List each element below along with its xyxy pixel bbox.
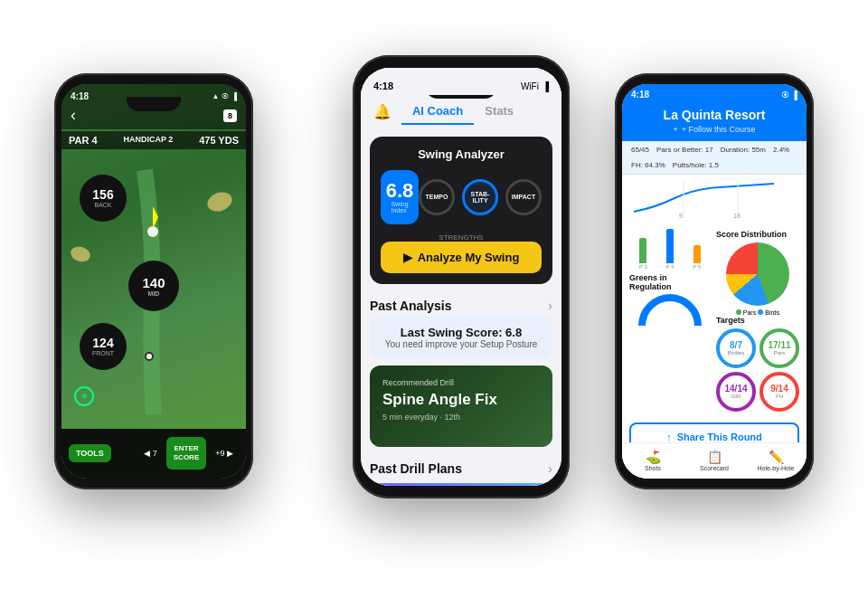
- past-drill-arrow[interactable]: ›: [548, 461, 552, 476]
- score-controls: ◀ 7 ENTER SCORE +9 ▶: [138, 437, 239, 469]
- bar-chart: P 3 P 4 P 5: [629, 233, 711, 270]
- swing-index-label: SwingIndex: [391, 201, 408, 214]
- analyze-swing-button[interactable]: ▶ Analyze My Swing: [381, 242, 542, 273]
- scorecard-label: Scorecard: [700, 465, 729, 471]
- center-nav: 🔔 AI Coach Stats: [361, 95, 561, 129]
- svg-text:18: 18: [733, 213, 741, 219]
- legend-birdies-label: Birds: [765, 309, 779, 316]
- bar-par5: P 5: [684, 245, 709, 270]
- gir-fill: [638, 294, 702, 326]
- gir-chart: [638, 294, 702, 326]
- share-icon: ↑: [666, 432, 672, 442]
- center-screen-content: 4:18 WiFi ▐ 🔔 AI Coach Stats: [361, 68, 561, 486]
- legend-pars: Pars: [736, 309, 756, 316]
- hole-info: 8: [223, 109, 237, 122]
- legend-pars-dot: [736, 309, 741, 315]
- center-status-bar: 4:18 WiFi ▐: [361, 68, 561, 95]
- notification-bell-icon[interactable]: 🔔: [373, 103, 392, 120]
- practice-log-button[interactable]: Practice Log: [370, 483, 552, 486]
- legend-birdies: Birds: [758, 309, 779, 316]
- fh-value: 9/14: [770, 384, 788, 394]
- dist-mid: 140 MID: [128, 261, 179, 311]
- score-stat: 65/45: [631, 146, 649, 154]
- legend-birdies-dot: [758, 309, 763, 315]
- last-swing-score: Last Swing Score: 6.8: [382, 326, 540, 339]
- stability-label: STAB-ILITY: [471, 191, 490, 204]
- hole-by-hole-icon: ✏️: [769, 450, 784, 464]
- bottom-navigation: ⛳ Shots 📋 Scorecard ✏️ Hole-by-Hole: [622, 442, 807, 479]
- target-indicator: ⊕: [74, 386, 94, 406]
- signal-icon: ▲: [212, 92, 219, 100]
- bar-par5-value: [693, 245, 701, 263]
- swing-analyzer-card: Swing Analyzer 6.8 SwingIndex TEMPO: [370, 137, 552, 284]
- phone-left: 4:18 ▲ ⦿ ▐ ‹ 8: [54, 73, 253, 489]
- play-icon: ▶: [403, 251, 412, 264]
- phones-container: 4:18 ▲ ⦿ ▐ ‹ 8: [27, 19, 841, 580]
- plus-icon: +: [673, 125, 677, 134]
- next-hole-btn[interactable]: +9 ▶: [210, 445, 239, 461]
- metric-circles: TEMPO STAB-ILITY IMPACT: [419, 179, 542, 215]
- swing-index: 6.8 SwingIndex: [381, 170, 419, 224]
- putts-stat: Putts/hole: 1.5: [673, 161, 719, 169]
- center-main-content: Swing Analyzer 6.8 SwingIndex TEMPO: [361, 129, 561, 486]
- tab-stats[interactable]: Stats: [474, 99, 524, 125]
- drill-name: Spine Angle Fix: [382, 391, 540, 409]
- back-arrow[interactable]: ‹: [71, 106, 76, 125]
- par-label: PAR 4: [69, 135, 98, 146]
- swing-index-value: 6.8: [386, 181, 414, 201]
- tab-ai-coach[interactable]: AI Coach: [401, 99, 474, 125]
- bar-par4-label: P 4: [666, 264, 675, 270]
- shots-icon: ⛳: [646, 450, 661, 464]
- right-status-bar: 4:18 ⦿ ▐: [622, 84, 807, 106]
- drill-card[interactable]: Recommended Drill Spine Angle Fix 5 min …: [370, 365, 552, 447]
- par-info-bar: PAR 4 HANDICAP 2 475 YDS: [61, 131, 246, 149]
- center-status-icons: WiFi ▐: [521, 81, 549, 91]
- center-status-time: 4:18: [373, 81, 393, 91]
- share-label: Share This Round: [677, 432, 762, 442]
- par-label: Pars: [774, 350, 785, 356]
- tab-bar: AI Coach Stats: [401, 99, 524, 125]
- nav-shots[interactable]: ⛳ Shots: [622, 450, 684, 471]
- nav-scorecard[interactable]: 📋 Scorecard: [684, 450, 745, 471]
- wifi-icon: ⦿: [781, 90, 789, 100]
- battery-icon: ▐: [792, 90, 797, 100]
- gir-label: GIR: [731, 394, 741, 399]
- past-analysis-title: Past Analysis: [370, 299, 452, 313]
- score-dist-title: Score Distribution: [716, 230, 799, 239]
- dist-front: 124 FRONT: [80, 323, 127, 370]
- impact-label: IMPACT: [512, 194, 535, 200]
- follow-button[interactable]: + + Follow this Course: [633, 125, 796, 134]
- par-target: 17/11 Pars: [760, 328, 799, 368]
- past-analysis-arrow[interactable]: ›: [548, 299, 552, 313]
- tempo-label: TEMPO: [426, 194, 448, 200]
- gir-section: Greens in Regulation: [629, 273, 711, 326]
- dist-back: 156 BACK: [80, 175, 127, 222]
- gir-value: 14/14: [724, 384, 747, 394]
- two-column-layout: P 3 P 4 P 5: [629, 230, 799, 412]
- tools-button[interactable]: TOOLS: [69, 444, 111, 462]
- fh1-stat: 2.4%: [773, 146, 789, 154]
- last-swing-card[interactable]: Last Swing Score: 6.8 You need improve y…: [370, 317, 552, 358]
- bar-par5-label: P 5: [693, 264, 701, 270]
- tempo-circle: TEMPO: [419, 179, 455, 215]
- enter-score-button[interactable]: ENTER SCORE: [166, 437, 206, 469]
- nav-hole-by-hole[interactable]: ✏️ Hole-by-Hole: [745, 450, 807, 471]
- shots-label: Shots: [645, 465, 661, 471]
- pars-stat: Pars or Better: 17: [656, 146, 713, 154]
- drill-detail: 5 min everyday · 12th: [382, 413, 540, 422]
- targets-title: Targets: [716, 316, 799, 325]
- ball-indicator: [145, 352, 154, 361]
- target-icon: ⊕: [81, 392, 88, 400]
- bar-par4-value: [666, 229, 674, 263]
- past-drill-plans-header: Past Drill Plans ›: [370, 454, 552, 479]
- gir-target: 14/14 GIR: [716, 372, 756, 412]
- duration-stat: Duration: 55m: [721, 146, 766, 154]
- prev-hole-btn[interactable]: ◀ 7: [138, 445, 163, 461]
- bunker-left: [69, 244, 91, 263]
- left-status-time: 4:18: [71, 91, 89, 101]
- drill-card-content: Recommended Drill Spine Angle Fix 5 min …: [382, 378, 540, 422]
- score-distribution-chart: [726, 242, 789, 306]
- gir-title: Greens in Regulation: [629, 273, 711, 291]
- pie-legend: Pars Birds: [716, 309, 799, 316]
- wifi-icon: ⦿: [222, 92, 229, 100]
